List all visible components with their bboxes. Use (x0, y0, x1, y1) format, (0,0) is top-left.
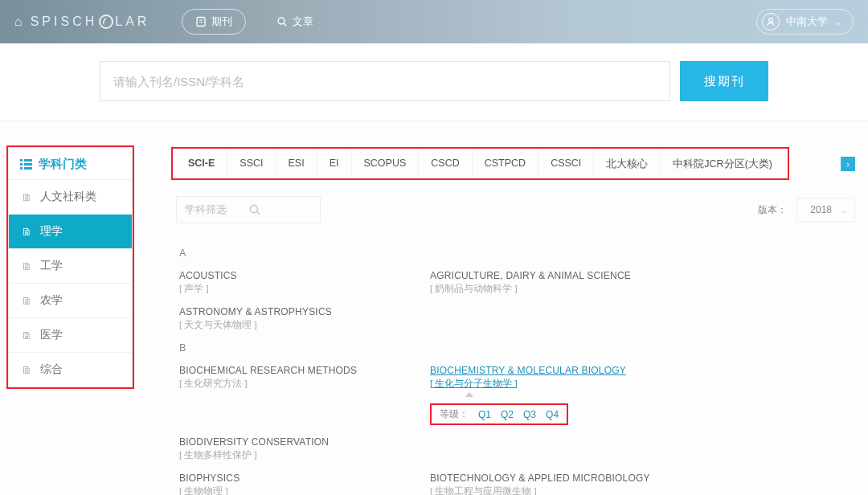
discipline-row: BIODIVERSITY CONSERVATION[ 生物多样性保护 ] (179, 436, 855, 461)
discipline-row: ACOUSTICS[ 声学 ]AGRICULTURE, DAIRY & ANIM… (179, 270, 855, 295)
list-icon (20, 159, 32, 170)
content: 学科门类 人文社科类理学工学农学医学综合 SCI-ESSCIESIEISCOPU… (0, 121, 868, 495)
discipline-title: ASTRONOMY & ASTROPHYSICS (179, 306, 430, 317)
rank-item[interactable]: Q1 (478, 409, 491, 420)
discipline-title: AGRICULTURE, DAIRY & ANIMAL SCIENCE (430, 270, 681, 281)
discipline-subtitle: [ 生化研究方法 ] (179, 378, 430, 390)
discipline-row: BIOCHEMICAL RESEARCH METHODS[ 生化研究方法 ]BI… (179, 365, 855, 425)
sidebar-item-label: 医学 (40, 328, 63, 342)
logo[interactable]: ⌂ SPISCH LAR (14, 14, 149, 29)
index-tab[interactable]: CSSCI (538, 150, 594, 178)
discipline-title: ACOUSTICS (179, 270, 430, 281)
sidebar-item[interactable]: 理学 (9, 215, 132, 249)
sidebar-item-label: 人文社科类 (40, 190, 96, 204)
rank-item[interactable]: Q4 (546, 409, 559, 420)
document-icon (22, 294, 32, 307)
logo-text: SPISCH (31, 14, 98, 29)
discipline-cell: ASTRONOMY & ASTROPHYSICS[ 天文与天体物理 ] (179, 306, 430, 331)
nav-label: 文章 (293, 14, 313, 29)
index-tab[interactable]: SSCI (227, 150, 276, 178)
svg-rect-8 (20, 167, 23, 170)
index-tab[interactable]: ESI (276, 150, 317, 178)
home-icon: ⌂ (14, 14, 26, 29)
user-name: 中南大学 (786, 14, 828, 29)
avatar-icon (762, 13, 780, 31)
header-bar: ⌂ SPISCH LAR 期刊 文章 中南大学 ⌄ (0, 0, 868, 43)
version-select[interactable]: 2018 ⌄ (796, 198, 855, 222)
search-input[interactable] (100, 61, 670, 101)
index-tab[interactable]: SCI-E (176, 150, 227, 178)
discipline-subtitle: [ 天文与天体物理 ] (179, 319, 430, 331)
discipline-list: AACOUSTICS[ 声学 ]AGRICULTURE, DAIRY & ANI… (171, 248, 855, 495)
sidebar-item[interactable]: 综合 (9, 353, 132, 387)
index-tab[interactable]: EI (317, 150, 352, 178)
nav-articles[interactable]: 文章 (264, 10, 326, 34)
svg-rect-6 (20, 159, 23, 162)
chevron-down-icon: ⌄ (841, 205, 848, 215)
sidebar-item-label: 农学 (40, 293, 63, 308)
filter-bar: 学科筛选 版本： 2018 ⌄ (171, 191, 855, 238)
rank-box: 等级：Q1Q2Q3Q4 (430, 403, 568, 425)
search-button[interactable]: 搜期刊 (680, 61, 768, 101)
letter-heading: A (179, 248, 855, 259)
sidebar-title-text: 学科门类 (39, 157, 87, 172)
svg-rect-7 (20, 163, 23, 166)
index-tab[interactable]: CSTPCD (473, 150, 538, 178)
discipline-cell: BIOPHYSICS[ 生物物理 ] (179, 472, 430, 495)
discipline-cell: BIODIVERSITY CONSERVATION[ 生物多样性保护 ] (179, 436, 430, 461)
document-icon (22, 260, 32, 272)
index-tab[interactable]: SCOPUS (352, 150, 420, 178)
index-tab[interactable]: 中科院JCR分区(大类) (661, 150, 784, 178)
discipline-subtitle: [ 声学 ] (179, 283, 430, 295)
discipline-title: BIOPHYSICS (179, 472, 430, 484)
discipline-cell: ACOUSTICS[ 声学 ] (179, 270, 430, 295)
svg-rect-11 (24, 167, 32, 170)
sidebar-item[interactable]: 人文社科类 (9, 180, 132, 215)
logo-text-tail: LAR (115, 14, 149, 29)
globe-icon (99, 14, 113, 29)
rank-item[interactable]: Q2 (501, 409, 514, 420)
discipline-filter[interactable]: 学科筛选 (176, 196, 321, 223)
search-bar: 搜期刊 (0, 43, 868, 121)
top-nav: 期刊 文章 (182, 9, 326, 35)
discipline-title: BIOTECHNOLOGY & APPLIED MICROBIOLOGY (430, 472, 681, 484)
document-icon (22, 190, 32, 203)
discipline-subtitle: [ 生物多样性保护 ] (179, 449, 430, 461)
document-icon (22, 329, 32, 342)
tabs-next-button[interactable]: › (841, 157, 855, 171)
letter-heading: B (179, 342, 855, 354)
index-tab[interactable]: 北大核心 (594, 150, 661, 178)
version-picker: 版本： 2018 ⌄ (758, 198, 855, 222)
discipline-cell: BIOCHEMISTRY & MOLECULAR BIOLOGY[ 生化与分子生… (430, 365, 681, 425)
filter-placeholder: 学科筛选 (185, 202, 248, 217)
discipline-subtitle[interactable]: [ 生化与分子生物学 ] (430, 378, 681, 390)
caret-up-icon (465, 392, 473, 397)
version-label: 版本： (758, 203, 787, 217)
discipline-row: BIOPHYSICS[ 生物物理 ]BIOTECHNOLOGY & APPLIE… (179, 472, 855, 495)
search-icon (248, 203, 312, 216)
user-menu[interactable]: 中南大学 ⌄ (756, 9, 854, 35)
discipline-subtitle: [ 生物物理 ] (179, 485, 430, 495)
svg-rect-10 (24, 163, 32, 166)
chevron-down-icon: ⌄ (834, 17, 841, 27)
sidebar-item[interactable]: 工学 (9, 249, 132, 284)
svg-line-13 (257, 212, 260, 215)
journal-icon (195, 16, 207, 27)
discipline-title[interactable]: BIOCHEMISTRY & MOLECULAR BIOLOGY (430, 365, 681, 376)
sidebar-item[interactable]: 医学 (9, 318, 132, 353)
discipline-cell (430, 306, 681, 331)
discipline-cell: BIOTECHNOLOGY & APPLIED MICROBIOLOGY[ 生物… (430, 472, 681, 495)
svg-point-3 (278, 18, 285, 24)
tabs-row: SCI-ESSCIESIEISCOPUSCSCDCSTPCDCSSCI北大核心中… (171, 147, 855, 180)
nav-label: 期刊 (211, 14, 232, 29)
rank-label: 等级： (440, 407, 469, 421)
index-tabs: SCI-ESSCIESIEISCOPUSCSCDCSTPCDCSSCI北大核心中… (171, 147, 789, 180)
nav-journals[interactable]: 期刊 (182, 9, 246, 35)
index-tab[interactable]: CSCD (419, 150, 472, 178)
discipline-cell: BIOCHEMICAL RESEARCH METHODS[ 生化研究方法 ] (179, 365, 430, 425)
sidebar-item-label: 综合 (40, 362, 63, 377)
discipline-cell (430, 436, 681, 461)
sidebar-item[interactable]: 农学 (9, 284, 132, 318)
rank-item[interactable]: Q3 (523, 409, 536, 420)
svg-point-12 (250, 205, 257, 212)
